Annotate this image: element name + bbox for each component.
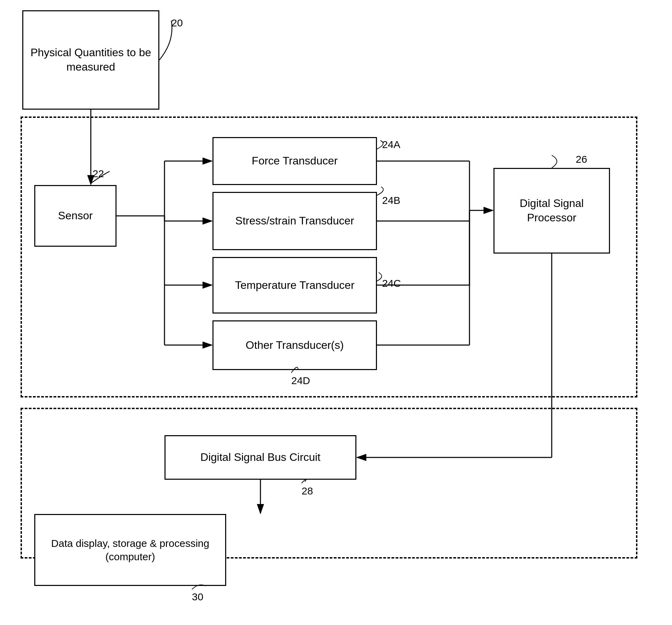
label-24c: 24C (382, 278, 401, 289)
label-30: 30 (192, 591, 203, 603)
dsp-label: Digital Signal Processor (498, 196, 606, 225)
other-transducer-label: Other Transducer(s) (246, 338, 344, 353)
label-22: 22 (93, 168, 104, 180)
force-transducer-box: Force Transducer (212, 137, 377, 185)
label-24d: 24D (291, 375, 310, 387)
diagram-container: Physical Quantities to be measured 20 Se… (0, 0, 672, 625)
label-24b: 24B (382, 195, 400, 206)
other-transducer-box: Other Transducer(s) (212, 320, 377, 370)
dsb-box: Digital Signal Bus Circuit (164, 435, 356, 480)
dsp-box: Digital Signal Processor (493, 168, 610, 254)
temperature-transducer-box: Temperature Transducer (212, 257, 377, 314)
physical-quantities-box: Physical Quantities to be measured (22, 10, 159, 110)
temperature-transducer-label: Temperature Transducer (235, 278, 355, 293)
label-28: 28 (302, 485, 313, 497)
label-24a: 24A (382, 139, 400, 150)
label-26: 26 (576, 154, 587, 165)
data-display-box: Data display, storage & processing (comp… (34, 514, 226, 586)
dsb-label: Digital Signal Bus Circuit (200, 450, 320, 465)
sensor-label: Sensor (58, 209, 93, 223)
stress-strain-box: Stress/strain Transducer (212, 192, 377, 250)
sensor-box: Sensor (34, 185, 117, 247)
force-transducer-label: Force Transducer (252, 154, 338, 168)
data-display-label: Data display, storage & processing (comp… (39, 537, 222, 563)
stress-strain-label: Stress/strain Transducer (235, 214, 354, 228)
label-20: 20 (171, 17, 183, 29)
physical-quantities-label: Physical Quantities to be measured (27, 46, 155, 74)
